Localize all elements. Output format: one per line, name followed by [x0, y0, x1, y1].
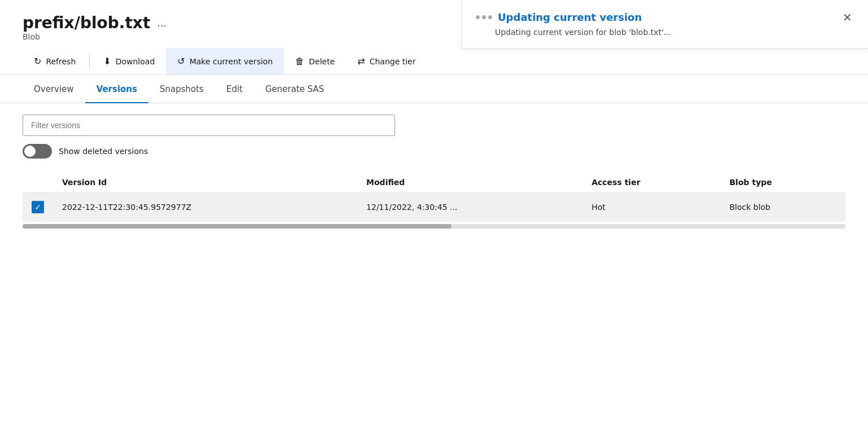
change-tier-icon: ⇄	[357, 56, 365, 67]
cell-access-tier: Hot	[582, 193, 720, 222]
table-header: Version Id Modified Access tier Blob typ…	[23, 172, 845, 193]
dot-1	[476, 15, 480, 19]
scrollbar-thumb	[23, 224, 451, 229]
table-body: ✓ 2022-12-11T22:30:45.9572977Z 12/11/202…	[23, 193, 845, 222]
notification-title: Updating current version	[498, 11, 642, 23]
make-current-icon: ↺	[177, 56, 185, 67]
loading-dots	[476, 15, 492, 19]
col-modified: Modified	[357, 172, 582, 193]
filter-versions-input[interactable]	[23, 115, 395, 136]
cell-version-id: 2022-12-11T22:30:45.9572977Z	[53, 193, 357, 222]
cell-modified: 12/11/2022, 4:30:45 ...	[357, 193, 582, 222]
tab-versions[interactable]: Versions	[85, 75, 148, 103]
notification-close-button[interactable]: ✕	[840, 12, 854, 23]
col-checkbox	[23, 172, 53, 193]
col-version-id: Version Id	[53, 172, 357, 193]
show-deleted-toggle[interactable]	[23, 144, 52, 159]
toggle-track	[23, 144, 52, 159]
toolbar: ↻ Refresh ⬇ Download ↺ Make current vers…	[0, 48, 868, 75]
refresh-icon: ↻	[34, 56, 41, 67]
change-tier-button[interactable]: ⇄ Change tier	[346, 48, 427, 74]
versions-table-wrapper: Version Id Modified Access tier Blob typ…	[23, 172, 845, 229]
toolbar-separator-1	[89, 55, 90, 68]
download-button[interactable]: ⬇ Download	[92, 48, 166, 74]
cell-blob-type: Block blob	[720, 193, 845, 222]
notification-body: Updating current version for blob 'blob.…	[495, 28, 854, 37]
toggle-thumb	[24, 146, 36, 157]
toggle-row: Show deleted versions	[23, 144, 845, 159]
delete-icon: 🗑	[295, 56, 304, 67]
header-ellipsis-button[interactable]: ...	[157, 17, 166, 29]
tab-overview[interactable]: Overview	[23, 75, 85, 103]
download-icon: ⬇	[103, 56, 111, 67]
page-title: prefix/blob.txt	[23, 14, 150, 32]
make-current-version-button[interactable]: ↺ Make current version	[166, 48, 284, 74]
toggle-label: Show deleted versions	[59, 147, 148, 156]
row-checkbox[interactable]: ✓	[23, 193, 53, 222]
tab-edit[interactable]: Edit	[215, 75, 254, 103]
dot-3	[488, 15, 492, 19]
horizontal-scrollbar[interactable]	[23, 224, 845, 229]
header-text-group: prefix/blob.txt ... Blob	[23, 14, 166, 41]
notification-title-row: Updating current version	[476, 11, 642, 23]
checkbox-checked-icon: ✓	[32, 201, 44, 213]
notification-popup: Updating current version ✕ Updating curr…	[462, 0, 868, 49]
tab-generate-sas[interactable]: Generate SAS	[254, 75, 335, 103]
versions-table: Version Id Modified Access tier Blob typ…	[23, 172, 845, 222]
refresh-button[interactable]: ↻ Refresh	[23, 48, 87, 74]
col-access-tier: Access tier	[582, 172, 720, 193]
tabs-bar: Overview Versions Snapshots Edit Generat…	[0, 75, 868, 103]
dot-2	[482, 15, 486, 19]
table-row[interactable]: ✓ 2022-12-11T22:30:45.9572977Z 12/11/202…	[23, 193, 845, 222]
page-wrapper: prefix/blob.txt ... Blob ↻ Refresh ⬇ Dow…	[0, 0, 868, 430]
delete-button[interactable]: 🗑 Delete	[284, 48, 346, 74]
tab-snapshots[interactable]: Snapshots	[148, 75, 215, 103]
content-area: Show deleted versions Version Id Modifie…	[0, 103, 868, 240]
col-blob-type: Blob type	[720, 172, 845, 193]
page-subtitle: Blob	[23, 32, 166, 41]
notification-header: Updating current version ✕	[476, 11, 854, 23]
